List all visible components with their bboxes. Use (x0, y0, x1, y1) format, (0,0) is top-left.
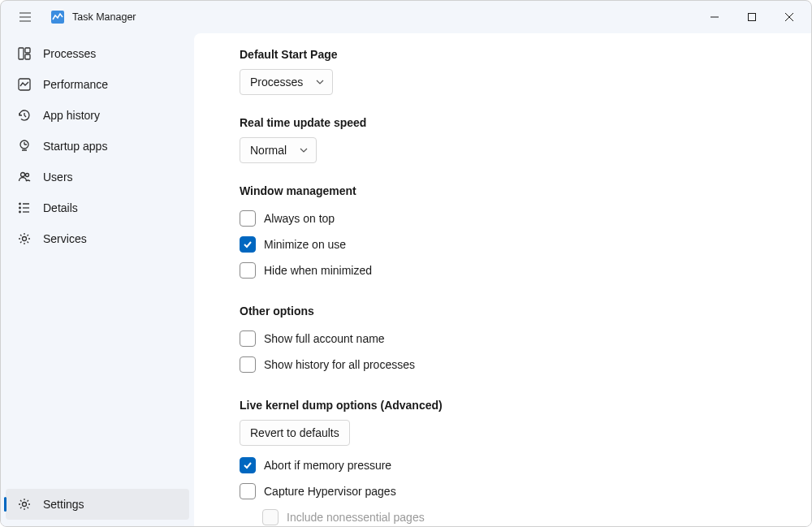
dropdown-value: Normal (250, 144, 287, 157)
svg-rect-10 (25, 54, 30, 59)
checkbox-box (240, 210, 256, 227)
close-button[interactable] (771, 4, 808, 30)
heading-update-speed: Real time update speed (240, 116, 766, 129)
settings-panel[interactable]: Default Start Page Processes Real time u… (194, 33, 811, 526)
sidebar-item-details[interactable]: Details (6, 192, 189, 223)
checkbox-label: Show full account name (264, 332, 385, 345)
settings-icon (17, 497, 32, 512)
nav-label: App history (43, 109, 100, 122)
chevron-down-icon (300, 146, 308, 154)
performance-icon (17, 77, 32, 92)
svg-point-21 (19, 207, 21, 209)
checkbox-box (262, 509, 279, 525)
checkbox-label: Abort if memory pressure (264, 459, 391, 472)
task-manager-icon (51, 11, 64, 24)
app-title: Task Manager (72, 11, 136, 23)
svg-point-22 (19, 211, 21, 213)
nav-label: Users (43, 171, 73, 184)
sidebar-item-app-history[interactable]: App history (6, 100, 189, 131)
checkbox-minimize-on-use[interactable]: Minimize on use (240, 231, 766, 257)
svg-rect-9 (25, 48, 30, 53)
nav-label: Settings (43, 498, 84, 511)
svg-line-13 (24, 115, 26, 117)
sidebar: Processes Performance App history Startu… (1, 33, 194, 526)
checkbox-box (240, 330, 256, 347)
processes-icon (17, 46, 32, 61)
heading-other-options: Other options (240, 305, 766, 317)
checkbox-label: Include nonessential pages (287, 511, 425, 524)
services-icon (17, 231, 32, 246)
checkbox-box (240, 236, 256, 253)
checkbox-include-nonessential: Include nonessential pages (262, 504, 766, 526)
svg-point-26 (23, 237, 27, 241)
sidebar-item-users[interactable]: Users (6, 162, 189, 192)
hamburger-icon (19, 11, 32, 24)
users-icon (17, 170, 32, 184)
svg-point-20 (19, 203, 21, 205)
revert-to-defaults-button[interactable]: Revert to defaults (240, 420, 350, 446)
details-icon (17, 201, 32, 215)
svg-point-27 (23, 503, 27, 507)
button-label: Revert to defaults (250, 426, 339, 439)
checkbox-label: Show history for all processes (264, 358, 415, 371)
checkbox-hide-when-minimized[interactable]: Hide when minimized (240, 257, 766, 283)
maximize-button[interactable] (733, 4, 771, 30)
chevron-down-icon (316, 78, 324, 86)
window-controls (696, 4, 808, 30)
titlebar: Task Manager (1, 1, 811, 33)
sidebar-item-services[interactable]: Services (6, 223, 189, 254)
nav-label: Performance (43, 78, 108, 91)
sidebar-item-performance[interactable]: Performance (6, 69, 189, 100)
checkbox-box (240, 483, 256, 499)
minimize-icon (710, 13, 719, 21)
app-history-icon (17, 108, 32, 123)
checkbox-box (240, 356, 256, 373)
heading-default-start-page: Default Start Page (240, 48, 766, 61)
maximize-icon (748, 13, 756, 21)
checkbox-label: Minimize on use (264, 238, 346, 251)
svg-point-18 (21, 173, 25, 177)
svg-rect-8 (19, 48, 24, 59)
checkbox-always-on-top[interactable]: Always on top (240, 205, 766, 231)
default-start-page-dropdown[interactable]: Processes (240, 69, 333, 95)
heading-window-management: Window management (240, 184, 766, 197)
checkbox-abort-memory[interactable]: Abort if memory pressure (240, 452, 766, 478)
checkbox-label: Always on top (264, 212, 335, 225)
checkbox-box (240, 262, 256, 279)
heading-kernel-dump: Live kernel dump options (Advanced) (240, 399, 766, 412)
update-speed-dropdown[interactable]: Normal (240, 137, 317, 163)
startup-apps-icon (17, 139, 32, 153)
checkbox-show-full-account[interactable]: Show full account name (240, 326, 766, 352)
check-icon (243, 460, 253, 470)
checkbox-box (240, 457, 256, 473)
checkbox-show-history-all[interactable]: Show history for all processes (240, 352, 766, 378)
sidebar-item-startup-apps[interactable]: Startup apps (6, 131, 189, 162)
close-icon (785, 13, 793, 21)
task-manager-window: Task Manager Processes (0, 0, 812, 527)
svg-rect-5 (749, 14, 756, 21)
nav-label: Processes (43, 47, 96, 60)
checkbox-label: Hide when minimized (264, 264, 372, 277)
sidebar-item-processes[interactable]: Processes (6, 38, 189, 69)
minimize-button[interactable] (696, 4, 733, 30)
hamburger-menu-button[interactable] (11, 2, 40, 32)
nav-label: Startup apps (43, 140, 107, 153)
nav-label: Details (43, 201, 78, 214)
sidebar-item-settings[interactable]: Settings (6, 489, 189, 520)
svg-point-19 (26, 174, 29, 177)
check-icon (243, 240, 253, 249)
dropdown-value: Processes (250, 76, 303, 89)
nav-label: Services (43, 232, 87, 245)
checkbox-label: Capture Hypervisor pages (264, 485, 396, 498)
checkbox-capture-hypervisor[interactable]: Capture Hypervisor pages (240, 478, 766, 504)
